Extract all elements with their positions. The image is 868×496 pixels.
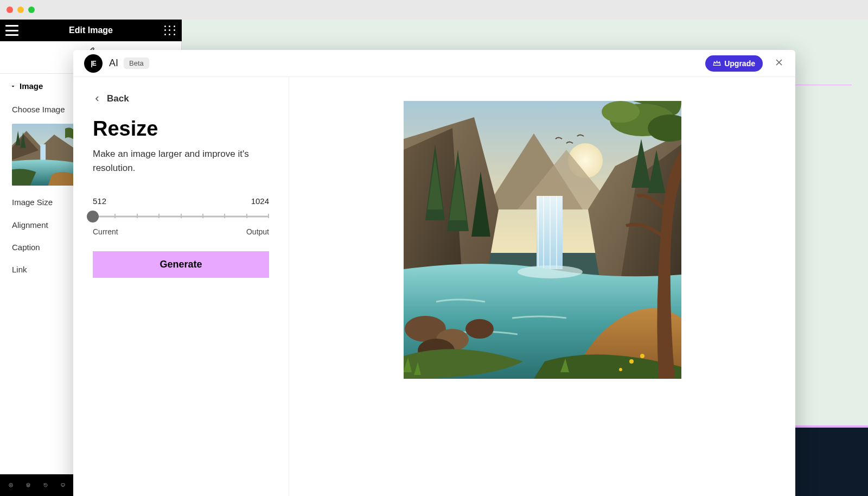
window-titlebar bbox=[0, 0, 868, 20]
ai-label: AI bbox=[109, 58, 118, 69]
upgrade-label: Upgrade bbox=[724, 59, 755, 68]
svg-point-17 bbox=[619, 368, 622, 371]
grid-menu-icon[interactable] bbox=[163, 25, 176, 36]
generate-button[interactable]: Generate bbox=[93, 251, 269, 278]
landscape-thumbnail-art bbox=[12, 124, 74, 186]
sidebar-header: Edit Image bbox=[0, 20, 182, 41]
slider-sub-labels: Current Output bbox=[93, 227, 269, 236]
history-icon[interactable] bbox=[43, 480, 48, 490]
svg-point-10 bbox=[518, 265, 583, 278]
settings-icon[interactable] bbox=[9, 480, 13, 490]
ai-modal: |E AI Beta Upgrade Back Resize Make an i… bbox=[73, 50, 795, 496]
beta-badge: Beta bbox=[124, 58, 149, 69]
back-label: Back bbox=[107, 93, 129, 104]
modal-preview-panel bbox=[289, 77, 795, 496]
svg-point-16 bbox=[640, 354, 644, 358]
svg-point-20 bbox=[602, 101, 640, 123]
slider-ticks bbox=[93, 215, 269, 218]
alignment-label: Alignment bbox=[12, 220, 48, 230]
svg-point-13 bbox=[465, 319, 494, 339]
close-icon bbox=[774, 57, 784, 68]
caret-down-icon bbox=[10, 83, 16, 90]
svg-marker-4 bbox=[27, 484, 30, 485]
slider-min-label: 512 bbox=[93, 196, 106, 206]
svg-point-3 bbox=[10, 485, 11, 486]
back-button[interactable]: Back bbox=[93, 93, 269, 104]
traffic-light-close[interactable] bbox=[7, 7, 13, 13]
canvas-top-strip bbox=[182, 20, 868, 41]
close-button[interactable] bbox=[774, 57, 784, 70]
traffic-light-zoom[interactable] bbox=[28, 7, 35, 13]
slider-thumb[interactable] bbox=[87, 211, 99, 222]
section-image-label: Image bbox=[20, 81, 43, 91]
modal-header: |E AI Beta Upgrade bbox=[73, 50, 795, 77]
crown-icon bbox=[713, 59, 721, 67]
slider-current-label: Current bbox=[93, 227, 118, 236]
image-thumbnail[interactable] bbox=[12, 124, 74, 186]
app-root: Edit Image Content Image Choose Image bbox=[0, 20, 868, 496]
resize-slider[interactable] bbox=[93, 210, 269, 223]
traffic-light-minimize[interactable] bbox=[17, 7, 24, 13]
modal-left-panel: Back Resize Make an image larger and imp… bbox=[73, 77, 289, 496]
svg-point-15 bbox=[629, 359, 634, 364]
modal-body: Back Resize Make an image larger and imp… bbox=[73, 77, 795, 496]
upgrade-button[interactable]: Upgrade bbox=[705, 55, 763, 72]
landscape-preview-art bbox=[404, 101, 681, 379]
layers-icon[interactable] bbox=[26, 480, 30, 490]
svg-rect-5 bbox=[61, 484, 65, 486]
resize-description: Make an image larger and improve it's re… bbox=[93, 147, 269, 175]
chevron-left-icon bbox=[93, 94, 101, 103]
slider-output-label: Output bbox=[246, 227, 269, 236]
responsive-icon[interactable] bbox=[61, 480, 65, 490]
sidebar-title: Edit Image bbox=[69, 26, 113, 35]
preview-image bbox=[404, 101, 681, 379]
slider-value-labels: 512 1024 bbox=[93, 196, 269, 206]
elementor-logo-icon: |E bbox=[84, 54, 103, 73]
resize-heading: Resize bbox=[93, 117, 269, 141]
hamburger-icon[interactable] bbox=[5, 25, 18, 36]
svg-rect-1 bbox=[40, 144, 46, 161]
slider-max-label: 1024 bbox=[251, 196, 269, 206]
